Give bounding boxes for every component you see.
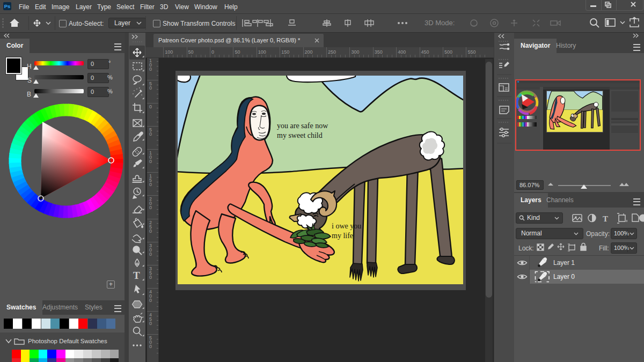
svg-text:my life: my life xyxy=(332,232,353,240)
svg-text:my sweet child: my sweet child xyxy=(277,131,323,139)
svg-text:i owe you: i owe you xyxy=(332,222,361,230)
svg-text:T: T xyxy=(133,270,140,281)
svg-text:3D Mode:: 3D Mode: xyxy=(425,19,455,27)
svg-text:you are safe now: you are safe now xyxy=(277,122,328,130)
svg-text:T: T xyxy=(603,215,608,223)
